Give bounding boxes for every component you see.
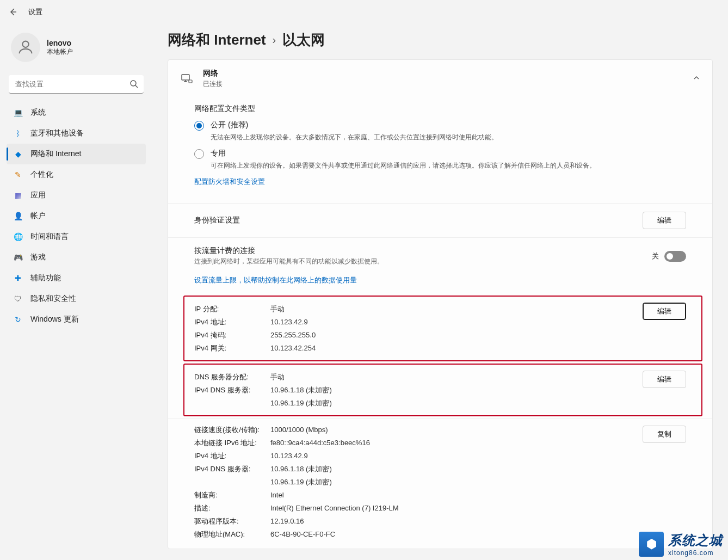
sidebar-item-0[interactable]: 💻系统 [7,102,146,123]
sidebar-icon: ↻ [13,315,23,324]
search-icon [129,79,138,90]
sidebar-item-6[interactable]: 🌐时间和语言 [7,226,146,247]
edit-dns-button[interactable]: 编辑 [643,371,686,388]
sidebar-item-5[interactable]: 👤帐户 [7,206,146,226]
metered-title: 按流量计费的连接 [194,246,652,256]
property-label: 本地链接 IPv6 地址: [194,436,270,450]
radio-private-desc: 可在网络上发现你的设备。如果需要文件共享或使用通过此网络通信的应用，请选择此选项… [211,161,686,170]
auth-settings-title: 身份验证设置 [194,216,643,225]
edit-ip-button[interactable]: 编辑 [643,303,686,320]
property-row: IPv4 网关:10.123.42.254 [194,342,643,355]
breadcrumb-parent[interactable]: 网络和 Internet [168,30,266,50]
radio-icon [194,121,204,131]
back-button[interactable] [4,3,22,21]
property-label: 描述: [194,502,270,515]
sidebar-item-label: 时间和语言 [30,232,69,242]
user-name: lenovo [47,39,73,47]
breadcrumb-current: 以太网 [282,30,325,50]
sidebar-item-4[interactable]: ▦应用 [7,185,146,206]
property-row: 描述:Intel(R) Ethernet Connection (7) I219… [194,502,686,515]
monitor-network-icon [180,72,193,85]
property-label: IPv4 地址: [194,450,270,463]
watermark: ⬢ 系统之城 xitong86.com [636,531,726,558]
search-input[interactable] [9,75,144,94]
property-value: Intel [270,489,284,502]
network-header[interactable]: 网络 已连接 [168,60,712,97]
sidebar-item-label: Windows 更新 [30,315,79,324]
sidebar-item-label: 应用 [30,190,46,200]
sidebar-item-9[interactable]: 🛡隐私和安全性 [7,288,146,309]
back-arrow-icon [9,8,17,16]
sidebar-icon: 🌐 [13,232,23,242]
property-row: 物理地址(MAC):6C-4B-90-CE-F0-FC [194,528,686,541]
sidebar-icon: 🎮 [13,253,23,262]
sidebar-icon: 👤 [13,211,23,221]
sidebar-item-1[interactable]: ᛒ蓝牙和其他设备 [7,123,146,144]
sidebar-icon: ✎ [13,170,23,180]
property-row: 制造商:Intel [194,489,686,502]
radio-icon [194,149,204,159]
sidebar-icon: ▦ [13,190,23,200]
property-value: 6C-4B-90-CE-F0-FC [270,528,335,541]
watermark-title: 系统之城 [668,532,723,549]
property-row: IPv4 地址:10.123.42.9 [194,316,643,329]
property-row: IPv4 地址:10.123.42.9 [194,450,686,463]
radio-private[interactable]: 专用 [194,149,686,159]
sidebar-item-7[interactable]: 🎮游戏 [7,247,146,268]
sidebar-icon: 💻 [13,108,23,118]
connection-details: 链接速度(接收/传输):1000/1000 (Mbps)本地链接 IPv6 地址… [168,419,712,549]
radio-public[interactable]: 公开 (推荐) [194,120,686,131]
sidebar-icon: ◆ [13,149,23,159]
chevron-up-icon [693,74,700,84]
sidebar-icon: 🛡 [13,294,23,304]
property-label: 驱动程序版本: [194,515,270,528]
property-label: IPv4 地址: [194,316,270,329]
sidebar-item-8[interactable]: ✚辅助功能 [7,268,146,288]
property-row: 链接速度(接收/传输):1000/1000 (Mbps) [194,423,686,436]
property-label: IPv4 DNS 服务器: [194,384,270,410]
property-value: 10.123.42.9 [270,450,308,463]
sidebar-item-label: 游戏 [30,253,46,262]
property-value: 手动 [270,371,285,384]
metered-toggle[interactable] [664,251,686,262]
chevron-right-icon: › [273,34,276,46]
data-limit-link[interactable]: 设置流量上限，以帮助控制在此网络上的数据使用量 [194,275,357,285]
property-value: 手动 [270,303,285,316]
sidebar-item-2[interactable]: ◆网络和 Internet [7,144,146,164]
window-title: 设置 [28,7,42,17]
network-title: 网络 [203,69,223,78]
property-label: 物理地址(MAC): [194,528,270,541]
user-profile[interactable]: lenovo 本地帐户 [7,28,146,71]
copy-button[interactable]: 复制 [643,426,686,443]
svg-rect-2 [182,75,189,80]
sidebar-icon: ᛒ [13,128,23,138]
property-row: 驱动程序版本:12.19.0.16 [194,515,686,528]
radio-public-desc: 无法在网络上发现你的设备。在大多数情况下，在家庭、工作或公共位置连接到网络时使用… [211,133,686,142]
property-row: IPv4 DNS 服务器:10.96.1.18 (未加密) 10.96.1.19… [194,463,686,489]
property-value: 12.19.0.16 [270,515,304,528]
svg-rect-3 [189,80,192,83]
sidebar-icon: ✚ [13,273,23,283]
property-label: DNS 服务器分配: [194,371,270,384]
toggle-label: 关 [652,251,659,261]
person-icon [16,38,35,57]
sidebar-item-label: 蓝牙和其他设备 [30,128,84,138]
svg-point-0 [22,41,28,47]
user-subtitle: 本地帐户 [47,47,73,57]
edit-auth-button[interactable]: 编辑 [643,212,686,229]
firewall-link[interactable]: 配置防火墙和安全设置 [194,177,686,187]
svg-point-1 [131,81,136,86]
property-value: 1000/1000 (Mbps) [270,423,328,436]
dns-settings-section: DNS 服务器分配:手动IPv4 DNS 服务器:10.96.1.18 (未加密… [183,364,702,416]
property-value: 10.123.42.9 [270,316,308,329]
sidebar-item-label: 帐户 [30,211,46,221]
property-row: DNS 服务器分配:手动 [194,371,643,384]
property-value: 10.123.42.254 [270,342,316,355]
property-value: 10.96.1.18 (未加密) 10.96.1.19 (未加密) [270,384,332,410]
watermark-url: xitong86.com [668,549,723,557]
sidebar-item-label: 隐私和安全性 [30,294,76,304]
sidebar-item-10[interactable]: ↻Windows 更新 [7,309,146,330]
property-value: fe80::9ca4:a44d:c5e3:beec%16 [270,436,370,450]
sidebar-item-3[interactable]: ✎个性化 [7,164,146,185]
property-row: IP 分配:手动 [194,303,643,316]
